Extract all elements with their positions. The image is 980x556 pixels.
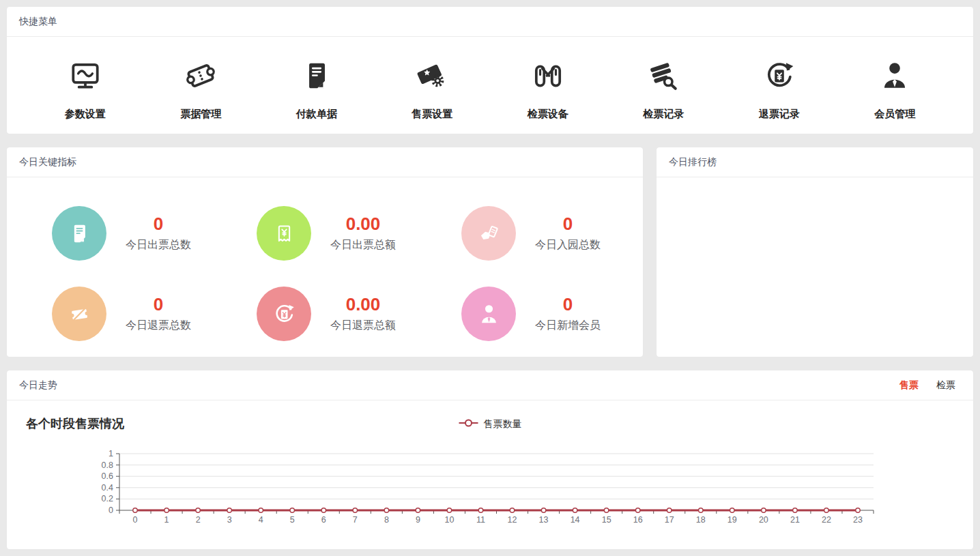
- svg-text:20: 20: [759, 515, 768, 525]
- quick-menu-item[interactable]: 检票记录: [626, 59, 701, 121]
- svg-text:11: 11: [476, 515, 485, 525]
- stat-item: 0.00今日退票总额: [257, 287, 461, 341]
- svg-text:6: 6: [321, 515, 326, 525]
- dashboard-page: 快捷菜单 参数设置票据管理付款单据售票设置检票设备检票记录退票记录会员管理 今日…: [0, 0, 980, 556]
- receipt-yen-white-icon: [257, 206, 311, 261]
- stat-item: 0今日新增会员: [461, 287, 666, 341]
- trend-tab-inactive[interactable]: 检票: [936, 370, 955, 400]
- quick-menu-item[interactable]: 会员管理: [857, 59, 932, 121]
- legend-label: 售票数量: [484, 418, 522, 430]
- document-lines-icon: [300, 59, 334, 94]
- trend-card: 今日走势 售票检票 各个时段售票情况 售票数量 00.20.40.60.8101…: [7, 370, 973, 549]
- stat-label: 今日出票总数: [126, 238, 191, 252]
- kpi-title: 今日关键指标: [7, 147, 643, 177]
- quick-menu-item[interactable]: 售票设置: [394, 59, 470, 121]
- legend-line-marker-icon: [459, 418, 479, 430]
- stat-value: 0: [563, 214, 573, 234]
- svg-text:7: 7: [353, 515, 358, 525]
- svg-text:9: 9: [416, 515, 420, 525]
- svg-text:4: 4: [259, 515, 263, 525]
- quick-menu-item[interactable]: 参数设置: [48, 59, 123, 121]
- quick-menu-item-label: 检票记录: [626, 108, 701, 121]
- trend-tabs: 售票检票: [899, 370, 961, 400]
- svg-text:5: 5: [290, 515, 295, 525]
- svg-text:14: 14: [571, 515, 580, 525]
- ticket-search-icon: [646, 59, 680, 94]
- svg-text:19: 19: [727, 515, 737, 525]
- stat-label: 今日出票总额: [330, 238, 396, 252]
- svg-text:13: 13: [539, 515, 549, 525]
- stat-item: 0.00今日出票总额: [257, 206, 461, 261]
- ticket-slash-white-icon: [52, 287, 106, 341]
- svg-text:0.4: 0.4: [102, 483, 113, 493]
- trend-header: 今日走势 售票检票: [7, 370, 973, 400]
- trend-body: 各个时段售票情况 售票数量 00.20.40.60.81012345678910…: [7, 400, 973, 530]
- svg-text:22: 22: [822, 515, 831, 525]
- middle-row: 今日关键指标 0今日出票总数0.00今日出票总额0今日入园总数0今日退票总数0.…: [7, 147, 973, 357]
- stat-item: 0今日入园总数: [461, 206, 666, 261]
- ranking-card: 今日排行榜: [657, 147, 973, 357]
- quick-menu-item-label: 退票记录: [742, 108, 817, 121]
- quick-menu-item[interactable]: 检票设备: [510, 59, 586, 121]
- svg-text:0.6: 0.6: [102, 471, 113, 481]
- stat-label: 今日退票总额: [330, 319, 396, 333]
- document-white-icon: [52, 206, 106, 261]
- stat-item: 0今日退票总数: [52, 287, 257, 341]
- trend-line-chart: 00.20.40.60.8101234567891011121314151617…: [96, 439, 973, 530]
- svg-text:17: 17: [665, 515, 674, 525]
- refund-cycle-white-icon: [257, 287, 311, 341]
- ranking-title: 今日排行榜: [657, 147, 973, 177]
- svg-text:10: 10: [444, 515, 454, 525]
- quick-menu-item-label: 售票设置: [394, 108, 470, 121]
- quick-menu-card: 快捷菜单 参数设置票据管理付款单据售票设置检票设备检票记录退票记录会员管理: [7, 7, 973, 134]
- svg-text:2: 2: [196, 515, 201, 525]
- svg-text:21: 21: [790, 515, 800, 525]
- stat-label: 今日新增会员: [535, 319, 601, 333]
- svg-text:3: 3: [227, 515, 232, 525]
- quick-menu-item[interactable]: 付款单据: [279, 59, 354, 121]
- trend-title: 今日走势: [19, 370, 57, 400]
- svg-text:1: 1: [164, 515, 169, 525]
- kpi-card: 今日关键指标 0今日出票总数0.00今日出票总额0今日入园总数0今日退票总数0.…: [7, 147, 643, 357]
- legend-circle: [465, 420, 472, 426]
- stat-value: 0: [154, 295, 163, 314]
- refund-cycle-icon: [762, 59, 796, 94]
- kpi-stats: 0今日出票总数0.00今日出票总额0今日入园总数0今日退票总数0.00今日退票总…: [7, 177, 643, 341]
- svg-text:0: 0: [109, 506, 113, 515]
- stat-label: 今日入园总数: [535, 238, 601, 252]
- svg-text:12: 12: [508, 515, 517, 525]
- ticket-gear-icon: [415, 59, 449, 94]
- svg-text:8: 8: [384, 515, 389, 525]
- stat-value: 0.00: [346, 214, 381, 234]
- stat-label: 今日退票总数: [126, 319, 191, 333]
- stat-value: 0: [563, 295, 573, 314]
- svg-text:18: 18: [696, 515, 706, 525]
- turnstile-icon: [531, 59, 565, 94]
- quick-menu-item-label: 参数设置: [48, 108, 123, 121]
- member-icon: [878, 59, 912, 94]
- monitor-wave-icon: [68, 59, 102, 94]
- svg-text:0: 0: [133, 515, 138, 525]
- hand-ticket-white-icon: [461, 206, 516, 261]
- quick-menu-item[interactable]: 退票记录: [742, 59, 817, 121]
- stat-item: 0今日出票总数: [52, 206, 257, 261]
- quick-menu-item-label: 票据管理: [163, 108, 238, 121]
- quick-menu-item[interactable]: 票据管理: [163, 59, 238, 121]
- svg-text:23: 23: [853, 515, 863, 525]
- quick-menu-title: 快捷菜单: [7, 7, 973, 37]
- stat-value: 0: [154, 214, 163, 234]
- svg-text:0.2: 0.2: [102, 494, 113, 503]
- quick-menu-item-label: 检票设备: [510, 108, 586, 121]
- svg-text:16: 16: [633, 515, 643, 525]
- ticket-tilted-icon: [184, 59, 218, 94]
- chart-legend[interactable]: 售票数量: [459, 418, 522, 430]
- quick-menu-item-label: 付款单据: [279, 108, 354, 121]
- svg-text:1: 1: [109, 449, 113, 458]
- trend-tab-active[interactable]: 售票: [899, 370, 919, 400]
- member-white-icon: [461, 287, 516, 341]
- svg-text:15: 15: [602, 515, 611, 525]
- stat-value: 0.00: [346, 295, 381, 314]
- quick-menu-items: 参数设置票据管理付款单据售票设置检票设备检票记录退票记录会员管理: [7, 37, 973, 121]
- svg-text:0.8: 0.8: [102, 460, 113, 470]
- quick-menu-item-label: 会员管理: [857, 108, 932, 121]
